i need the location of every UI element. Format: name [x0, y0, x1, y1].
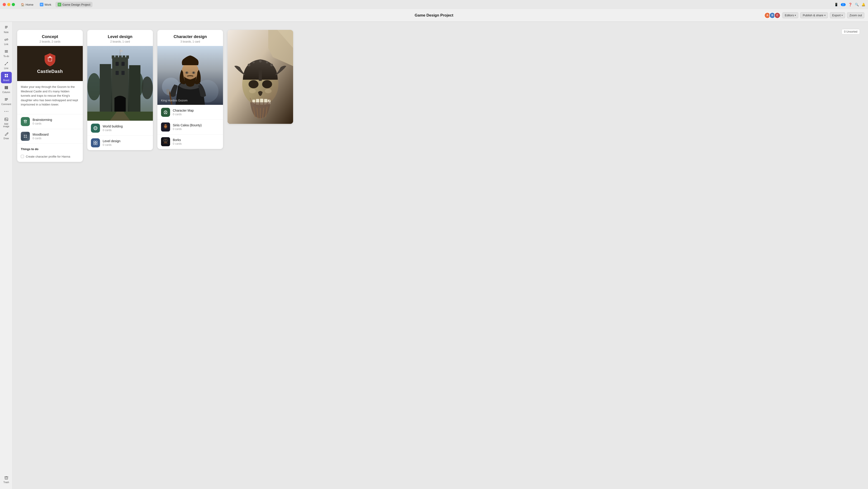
sidebar-item-link[interactable]: Link	[1, 36, 12, 47]
board-card-character-design[interactable]: Character design 3 boards, 1 card	[157, 30, 223, 149]
svg-point-37	[87, 73, 101, 100]
sidebar-item-note[interactable]: Note	[1, 24, 12, 35]
question-icon[interactable]: ❓	[848, 3, 852, 6]
svg-rect-1	[5, 27, 8, 27]
svg-point-101	[249, 89, 256, 93]
sidebar-item-add-image[interactable]: Add image	[1, 115, 12, 130]
avatar-3: C	[774, 12, 780, 19]
svg-rect-42	[100, 64, 111, 114]
character-design-title: Character design	[162, 34, 218, 39]
device-icon: 📱	[834, 3, 838, 6]
export-button[interactable]: Export ▾	[830, 12, 845, 18]
search-icon[interactable]: 🔍	[855, 3, 859, 6]
svg-rect-34	[24, 137, 25, 138]
borks-text: Borks 0 cards	[173, 138, 182, 145]
svg-rect-60	[94, 141, 95, 143]
tab-home-label: Home	[26, 3, 33, 6]
content-relative: 0 Unsorted Concept 2 boards, 2 cards	[17, 27, 864, 162]
board-card-concept[interactable]: Concept 2 boards, 2 cards	[17, 30, 83, 162]
svg-point-95	[262, 80, 272, 88]
svg-rect-5	[5, 52, 8, 53]
svg-point-94	[249, 80, 258, 88]
viking-skull-svg	[227, 30, 293, 124]
svg-rect-53	[121, 62, 125, 66]
castledash-shield-icon	[44, 53, 56, 66]
svg-rect-21	[5, 118, 8, 121]
tab-work[interactable]: W Work	[37, 2, 54, 7]
trash-icon	[4, 476, 8, 480]
world-building-item[interactable]: World building 0 cards	[87, 121, 153, 135]
siriis-calea-item[interactable]: Siriis Calea (Bounty) 0 cards	[157, 119, 223, 134]
moodboard-thumb	[21, 132, 30, 141]
character-map-cards: 0 cards	[173, 113, 194, 116]
svg-rect-47	[119, 55, 122, 59]
level-design-sub-name: Level design	[103, 139, 121, 143]
brainstorming-item[interactable]: Brainstorming 0 cards	[17, 114, 83, 129]
board-card-level-design[interactable]: Level design 2 boards, 1 card	[87, 30, 153, 150]
svg-rect-4	[5, 51, 8, 52]
main-area: Note Link To-do Line Board	[0, 22, 868, 489]
close-button[interactable]	[3, 3, 6, 6]
sidebar-item-comment[interactable]: Comment	[1, 96, 12, 107]
borks-item[interactable]: Borks 0 cards	[157, 134, 223, 149]
svg-rect-46	[115, 55, 118, 59]
board-card-fourth	[227, 30, 293, 124]
svg-point-79	[164, 125, 165, 126]
line-icon	[4, 62, 8, 66]
sidebar-todo-label: To-do	[3, 55, 9, 58]
svg-point-20	[7, 111, 8, 112]
sidebar-item-board[interactable]: Board	[1, 72, 12, 83]
svg-rect-11	[6, 76, 8, 77]
world-building-cards: 0 cards	[103, 128, 123, 132]
sidebar-item-line[interactable]: Line	[1, 60, 12, 71]
borks-name: Borks	[173, 138, 182, 142]
moodboard-item[interactable]: Moodboard 0 cards	[17, 129, 83, 144]
sidebar-item-trash[interactable]: Trash	[1, 474, 12, 485]
level-design-sub-item[interactable]: Level design 0 cards	[87, 135, 153, 150]
sidebar-item-todo[interactable]: To-do	[1, 48, 12, 59]
svg-rect-25	[49, 56, 50, 58]
svg-point-73	[193, 72, 194, 74]
sidebar-item-draw[interactable]: Draw	[1, 130, 12, 142]
tab-home[interactable]: 🏠 Home	[19, 2, 36, 7]
svg-rect-43	[129, 65, 141, 114]
publish-share-button[interactable]: Publish & share ▾	[800, 12, 828, 18]
svg-point-6	[5, 64, 6, 65]
tab-game-design[interactable]: G Game Design Project	[55, 2, 93, 7]
add-image-icon	[4, 117, 8, 122]
castle-image	[87, 46, 153, 121]
board-icon	[4, 74, 8, 78]
note-icon	[4, 26, 8, 30]
svg-rect-33	[26, 135, 27, 136]
svg-rect-49	[126, 55, 129, 59]
bell-icon[interactable]: 🔔	[862, 3, 865, 6]
character-map-text: Character Map 0 cards	[173, 109, 194, 116]
character-design-header: Character design 3 boards, 1 card	[157, 30, 223, 46]
unsorted-badge[interactable]: 0 Unsorted	[841, 29, 860, 34]
svg-rect-54	[116, 71, 119, 75]
maximize-button[interactable]	[12, 3, 15, 6]
title-bar: 🏠 Home W Work G Game Design Project 📱 21…	[0, 0, 868, 9]
home-icon: 🏠	[21, 3, 24, 6]
cards-container: Concept 2 boards, 2 cards	[17, 30, 864, 162]
tab-game-design-label: Game Design Project	[62, 3, 90, 6]
siriis-name: Siriis Calea (Bounty)	[173, 123, 202, 127]
notification-count: 21	[841, 3, 846, 6]
sidebar-comment-label: Comment	[1, 103, 11, 106]
svg-point-84	[164, 140, 165, 141]
character-map-item[interactable]: Character Map 0 cards	[157, 105, 223, 119]
editors-button[interactable]: Editors ▾	[782, 12, 798, 18]
brainstorming-name: Brainstorming	[33, 118, 52, 121]
sidebar-item-more[interactable]	[1, 108, 12, 115]
todo-text-1: Create character profile for Hanna	[26, 155, 70, 158]
moodboard-text: Moodboard 0 cards	[33, 133, 49, 140]
level-design-title: Level design	[92, 34, 148, 39]
svg-rect-48	[123, 55, 125, 59]
zoom-button[interactable]: Zoom out	[847, 12, 864, 18]
svg-rect-27	[48, 58, 49, 58]
game-design-tab-icon: G	[58, 3, 61, 6]
sidebar-item-column[interactable]: Column	[1, 84, 12, 95]
minimize-button[interactable]	[7, 3, 10, 6]
todo-checkbox-1[interactable]	[21, 155, 24, 158]
todo-item-1[interactable]: Create character profile for Hanna	[21, 153, 79, 160]
